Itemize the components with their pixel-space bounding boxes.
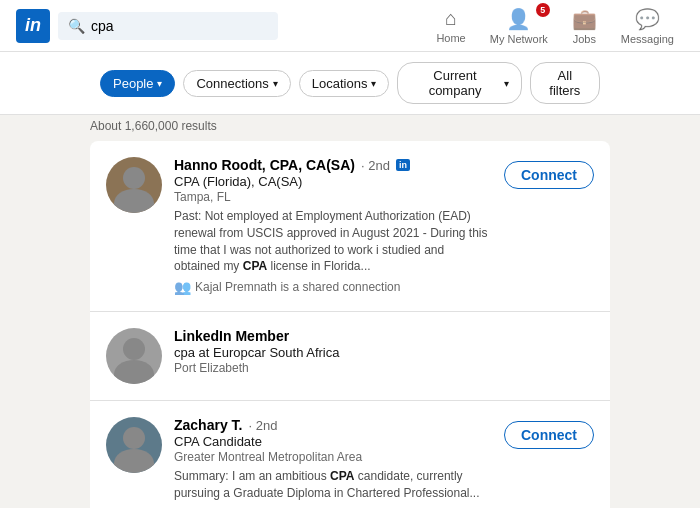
home-icon: ⌂ (445, 7, 457, 30)
filter-current-company-label: Current company (410, 68, 499, 98)
results-count: About 1,660,000 results (0, 115, 700, 141)
filter-locations[interactable]: Locations ▾ (299, 70, 390, 97)
people-icon: 👥 (174, 279, 191, 295)
nav-item-jobs[interactable]: 💼 Jobs (562, 3, 607, 49)
header: in 🔍 ⌂ Home 5 👤 My Network 💼 Jobs 💬 Mess… (0, 0, 700, 52)
nav-item-home[interactable]: ⌂ Home (426, 3, 475, 48)
result-info: LinkedIn Member cpa at Europcar South Af… (174, 328, 594, 379)
results-list: Hanno Roodt, CPA, CA(SA) · 2nd in CPA (F… (90, 141, 610, 508)
filters-bar: People ▾ Connections ▾ Locations ▾ Curre… (0, 52, 700, 115)
all-filters-label: All filters (549, 68, 580, 98)
connect-button[interactable]: Connect (504, 421, 594, 449)
result-name[interactable]: Zachary T. (174, 417, 242, 433)
result-info: Zachary T. · 2nd CPA Candidate Greater M… (174, 417, 492, 508)
li-badge: in (396, 159, 410, 171)
nav-label-jobs: Jobs (573, 33, 596, 45)
result-location: Port Elizabeth (174, 361, 594, 375)
degree-badge: · 2nd (361, 158, 390, 173)
avatar (106, 328, 162, 384)
jobs-icon: 💼 (572, 7, 597, 31)
filter-connections-label: Connections (196, 76, 268, 91)
nav-label-my-network: My Network (490, 33, 548, 45)
result-name-line: Zachary T. · 2nd (174, 417, 492, 433)
result-location: Greater Montreal Metropolitan Area (174, 450, 492, 464)
search-icon: 🔍 (68, 18, 85, 34)
chevron-down-icon: ▾ (371, 78, 376, 89)
search-input[interactable] (91, 18, 266, 34)
result-info: Hanno Roodt, CPA, CA(SA) · 2nd in CPA (F… (174, 157, 492, 295)
result-summary: Past: Not employed at Employment Authori… (174, 208, 492, 275)
filter-people[interactable]: People ▾ (100, 70, 175, 97)
shared-connection: 👥 Kajal Premnath is a shared connection (174, 279, 492, 295)
nav-item-my-network[interactable]: 5 👤 My Network (480, 3, 558, 49)
header-nav: ⌂ Home 5 👤 My Network 💼 Jobs 💬 Messaging (426, 3, 684, 49)
notification-badge: 5 (536, 3, 550, 17)
result-title: cpa at Europcar South Africa (174, 345, 594, 360)
table-row: Zachary T. · 2nd CPA Candidate Greater M… (90, 401, 610, 508)
result-name-line: Hanno Roodt, CPA, CA(SA) · 2nd in (174, 157, 492, 173)
degree-badge: · 2nd (248, 418, 277, 433)
filter-locations-label: Locations (312, 76, 368, 91)
result-name-line: LinkedIn Member (174, 328, 594, 344)
avatar (106, 417, 162, 473)
nav-item-messaging[interactable]: 💬 Messaging (611, 3, 684, 49)
chevron-down-icon: ▾ (273, 78, 278, 89)
chevron-down-icon: ▾ (504, 78, 509, 89)
result-location: Tampa, FL (174, 190, 492, 204)
filter-current-company[interactable]: Current company ▾ (397, 62, 521, 104)
table-row: LinkedIn Member cpa at Europcar South Af… (90, 312, 610, 401)
table-row: Hanno Roodt, CPA, CA(SA) · 2nd in CPA (F… (90, 141, 610, 312)
avatar (106, 157, 162, 213)
messaging-icon: 💬 (635, 7, 660, 31)
nav-label-messaging: Messaging (621, 33, 674, 45)
result-name[interactable]: Hanno Roodt, CPA, CA(SA) (174, 157, 355, 173)
linkedin-logo[interactable]: in (16, 9, 50, 43)
result-title: CPA (Florida), CA(SA) (174, 174, 492, 189)
chevron-down-icon: ▾ (157, 78, 162, 89)
result-title: CPA Candidate (174, 434, 492, 449)
search-bar[interactable]: 🔍 (58, 12, 278, 40)
all-filters-button[interactable]: All filters (530, 62, 600, 104)
result-name[interactable]: LinkedIn Member (174, 328, 289, 344)
my-network-icon: 👤 (506, 7, 531, 31)
filter-connections[interactable]: Connections ▾ (183, 70, 290, 97)
result-summary: Summary: I am an ambitious CPA candidate… (174, 468, 492, 502)
connect-button[interactable]: Connect (504, 161, 594, 189)
filter-people-label: People (113, 76, 153, 91)
nav-label-home: Home (436, 32, 465, 44)
